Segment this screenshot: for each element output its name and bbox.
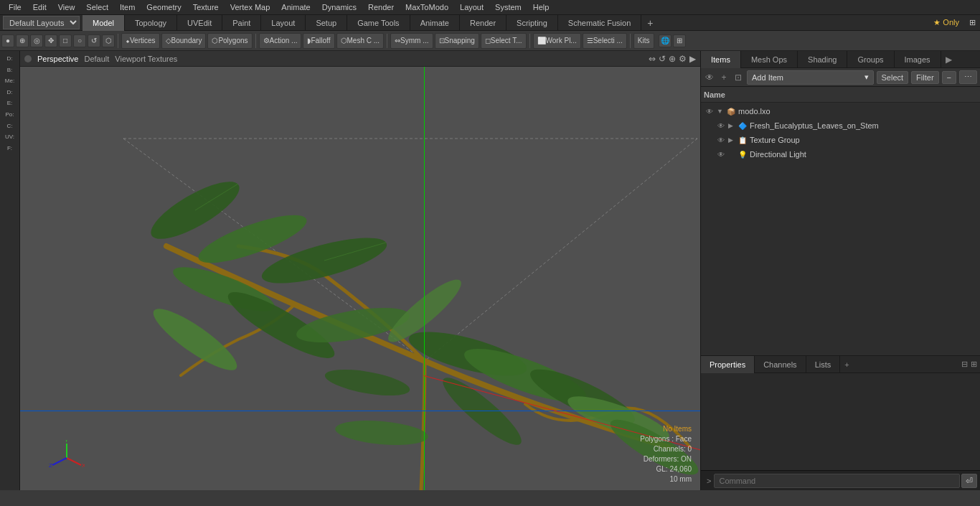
layout-tab-schematic[interactable]: Schematic Fusion [558, 15, 641, 31]
tree-item-mesh[interactable]: 👁 ▶ 🔷 Fresh_Eucalyptus_Leaves_on_Stem [701, 118, 980, 133]
sidebar-f[interactable]: F: [2, 144, 18, 154]
layout-tab-uvedit[interactable]: UVEdit [177, 15, 222, 31]
layout-tab-render[interactable]: Render [460, 15, 507, 31]
tool-sphere[interactable]: 🌐 [659, 34, 672, 47]
tree-eye-mesh[interactable]: 👁 [715, 120, 727, 131]
items-eye-icon[interactable]: 👁 [704, 72, 715, 83]
viewport-dot[interactable] [24, 55, 32, 62]
layout-star-only[interactable]: ★ Only [928, 17, 965, 29]
tool-grid[interactable]: ⊞ [673, 34, 686, 47]
vertices-button[interactable]: ⬥ Vertices [121, 33, 160, 49]
selecti-button[interactable]: ☰ Selecti ... [583, 33, 627, 49]
panel-tab-items[interactable]: Items [701, 51, 741, 68]
layout-tab-model[interactable]: Model [83, 15, 125, 31]
items-select-button[interactable]: Select [877, 71, 909, 84]
items-filter-button[interactable]: Filter [911, 71, 938, 84]
viewport-perspective-label[interactable]: Perspective [37, 55, 78, 63]
menu-layout[interactable]: Layout [454, 1, 489, 13]
tree-expand-mesh[interactable]: ▶ [728, 122, 735, 129]
sidebar-d2[interactable]: D: [2, 88, 18, 98]
layout-tab-scripting[interactable]: Scripting [507, 15, 558, 31]
tool-circle[interactable]: ◎ [30, 34, 43, 47]
tool-oval[interactable]: ○ [73, 34, 86, 47]
falloff-button[interactable]: ◗ Falloff [303, 33, 334, 49]
viewport-canvas[interactable]: No Items Polygons : Face Channels: 0 Def… [20, 67, 700, 490]
action-button[interactable]: ⚙ Action ... [259, 33, 302, 49]
menu-render[interactable]: Render [362, 1, 400, 13]
panel-tab-mesh-ops[interactable]: Mesh Ops [741, 51, 798, 68]
menu-view[interactable]: View [52, 1, 81, 13]
vp-play-btn[interactable]: ▶ [689, 54, 696, 64]
command-input[interactable] [714, 474, 960, 488]
snapping-button[interactable]: ⊡ Snapping [435, 33, 479, 49]
viewport-default-label[interactable]: Default [84, 55, 109, 63]
sidebar-e[interactable]: E: [2, 98, 18, 108]
tree-eye-root[interactable]: 👁 [704, 106, 715, 117]
vp-fit-btn[interactable]: ⇔ [649, 54, 656, 64]
menu-vertex-map[interactable]: Vertex Map [225, 1, 276, 13]
scene-tree[interactable]: 👁 ▼ 📦 modo.lxo 👁 ▶ 🔷 Fresh_Eucalyptus_Le… [701, 103, 980, 355]
menu-select[interactable]: Select [80, 1, 114, 13]
layout-tab-setup[interactable]: Setup [306, 15, 347, 31]
tree-item-texgroup[interactable]: 👁 ▶ 📋 Texture Group [701, 133, 980, 147]
sidebar-uv[interactable]: UV: [2, 132, 18, 142]
layout-add-tab[interactable]: + [641, 16, 659, 30]
tool-move[interactable]: ✥ [44, 34, 57, 47]
menu-texture[interactable]: Texture [187, 1, 225, 13]
items-minus-button[interactable]: − [942, 71, 956, 84]
layout-tab-animate[interactable]: Animate [410, 15, 460, 31]
menu-file[interactable]: File [3, 1, 27, 13]
menu-system[interactable]: System [489, 1, 527, 13]
layout-tab-game-tools[interactable]: Game Tools [347, 15, 410, 31]
vp-settings-btn[interactable]: ⚙ [679, 54, 687, 64]
layout-dropdown[interactable]: Default Layouts [3, 16, 80, 29]
props-expand-btn[interactable]: ⊞ [971, 360, 977, 369]
command-submit-button[interactable]: ⏎ [961, 474, 977, 488]
tree-expand-root[interactable]: ▼ [717, 108, 724, 115]
tree-expand-texgroup[interactable]: ▶ [728, 136, 735, 144]
vp-rotate-btn[interactable]: ↺ [659, 54, 666, 64]
polygons-button[interactable]: ⬡ Polygons [207, 33, 252, 49]
menu-edit[interactable]: Edit [27, 1, 52, 13]
viewport[interactable]: Perspective Default Viewport Textures ⇔ … [20, 51, 700, 490]
tool-crosshair[interactable]: ⊕ [16, 34, 29, 47]
sidebar-me[interactable]: Me: [2, 76, 18, 86]
sidebar-d1[interactable]: D: [2, 54, 18, 64]
tool-rect[interactable]: □ [59, 34, 72, 47]
viewport-textures-label[interactable]: Viewport Textures [115, 55, 177, 63]
mesh-c-button[interactable]: ⬡ Mesh C ... [336, 33, 385, 49]
layout-tab-topology[interactable]: Topology [125, 15, 177, 31]
boundary-button[interactable]: ◇ Boundary [161, 33, 207, 49]
panel-tab-images[interactable]: Images [895, 51, 941, 68]
items-filter-icon[interactable]: ⊡ [732, 72, 744, 83]
props-tab-properties[interactable]: Properties [701, 356, 755, 373]
tool-rotate[interactable]: ↺ [88, 34, 100, 47]
sidebar-b[interactable]: B: [2, 65, 18, 75]
menu-animate[interactable]: Animate [275, 1, 316, 13]
add-item-button[interactable]: Add Item ▾ [747, 70, 874, 85]
props-tab-lists[interactable]: Lists [806, 356, 841, 373]
panel-tab-groups[interactable]: Groups [847, 51, 894, 68]
tree-item-light[interactable]: 👁 💡 Directional Light [701, 147, 980, 161]
sidebar-c[interactable]: C: [2, 121, 18, 131]
layout-tab-layout[interactable]: Layout [261, 15, 306, 31]
tool-hex[interactable]: ⬡ [102, 34, 115, 47]
menu-help[interactable]: Help [527, 1, 555, 13]
menu-item[interactable]: Item [114, 1, 141, 13]
layout-tab-paint[interactable]: Paint [222, 15, 261, 31]
props-collapse-btn[interactable]: ⊟ [961, 360, 968, 369]
props-tab-channels[interactable]: Channels [755, 356, 806, 373]
vp-zoom-btn[interactable]: ⊕ [669, 54, 676, 64]
tree-eye-light[interactable]: 👁 [715, 149, 727, 160]
panel-tabs-more[interactable]: ▶ [941, 53, 956, 66]
kits-button[interactable]: Kits [633, 33, 654, 49]
layout-expand-btn[interactable]: ⊞ [965, 17, 980, 29]
panel-tab-shading[interactable]: Shading [798, 51, 847, 68]
items-dots-button[interactable]: ⋯ [959, 70, 977, 84]
select-t-button[interactable]: ◻ Select T... [481, 33, 527, 49]
menu-geometry[interactable]: Geometry [141, 1, 187, 13]
sidebar-po[interactable]: Po: [2, 110, 18, 120]
tree-eye-texgroup[interactable]: 👁 [715, 134, 727, 146]
symm-button[interactable]: ⇔ Symm ... [390, 33, 433, 49]
items-add-icon[interactable]: + [718, 72, 730, 83]
